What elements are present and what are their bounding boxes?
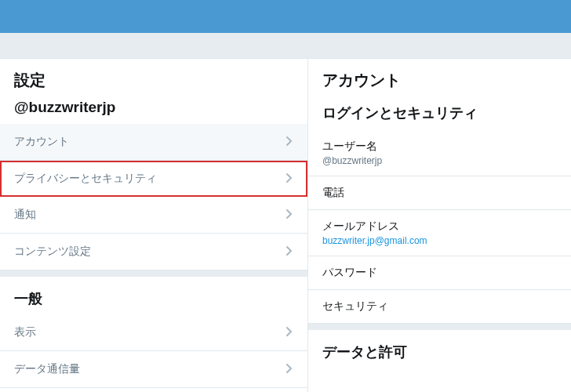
chevron-right-icon <box>286 136 293 149</box>
detail-item-email[interactable]: メールアドレス buzzwriter.jp@gmail.com <box>308 210 571 256</box>
sidebar-item-label: データ通信量 <box>14 362 80 376</box>
sub-bar <box>0 33 571 59</box>
top-bar <box>0 0 571 33</box>
detail-label: 電話 <box>322 186 557 200</box>
chevron-right-icon <box>286 209 293 222</box>
detail-label: セキュリティ <box>322 299 557 314</box>
general-header: 一般 <box>0 270 307 314</box>
sidebar-item-label: アカウント <box>14 135 69 149</box>
sidebar-item-account[interactable]: アカウント <box>0 124 307 161</box>
detail-value: buzzwriter.jp@gmail.com <box>322 235 557 246</box>
sidebar-item-data-usage[interactable]: データ通信量 <box>0 351 307 388</box>
chevron-right-icon <box>286 326 293 339</box>
detail-value: @buzzwriterjp <box>322 155 557 166</box>
detail-item-username[interactable]: ユーザー名 @buzzwriterjp <box>308 130 571 176</box>
detail-item-password[interactable]: パスワード <box>308 256 571 290</box>
detail-item-security[interactable]: セキュリティ <box>308 290 571 324</box>
detail-label: パスワード <box>322 266 557 280</box>
data-permission-header: データと許可 <box>308 324 571 368</box>
sidebar-item-display[interactable]: 表示 <box>0 314 307 351</box>
sidebar-item-label: プライバシーとセキュリティ <box>14 172 157 186</box>
sidebar-item-label: 表示 <box>14 325 36 339</box>
chevron-right-icon <box>286 363 293 376</box>
detail-title: アカウント <box>308 59 571 99</box>
sidebar-item-notifications[interactable]: 通知 <box>0 197 307 234</box>
chevron-right-icon <box>286 245 293 259</box>
username-display: @buzzwriterjp <box>0 99 307 124</box>
detail-label: メールアドレス <box>322 220 557 234</box>
chevron-right-icon <box>286 172 293 186</box>
detail-item-phone[interactable]: 電話 <box>308 176 571 210</box>
login-security-header: ログインとセキュリティ <box>308 99 571 130</box>
settings-sidebar: 設定 @buzzwriterjp アカウント プライバシーとセキュリティ 通知 … <box>0 59 308 392</box>
sidebar-item-label: コンテンツ設定 <box>14 245 91 259</box>
settings-title: 設定 <box>0 59 307 99</box>
sidebar-item-privacy-security[interactable]: プライバシーとセキュリティ <box>0 161 307 197</box>
sidebar-item-content-settings[interactable]: コンテンツ設定 <box>0 234 307 270</box>
settings-detail: アカウント ログインとセキュリティ ユーザー名 @buzzwriterjp 電話… <box>308 59 571 392</box>
detail-label: ユーザー名 <box>322 140 557 154</box>
sidebar-item-label: 通知 <box>14 208 36 222</box>
